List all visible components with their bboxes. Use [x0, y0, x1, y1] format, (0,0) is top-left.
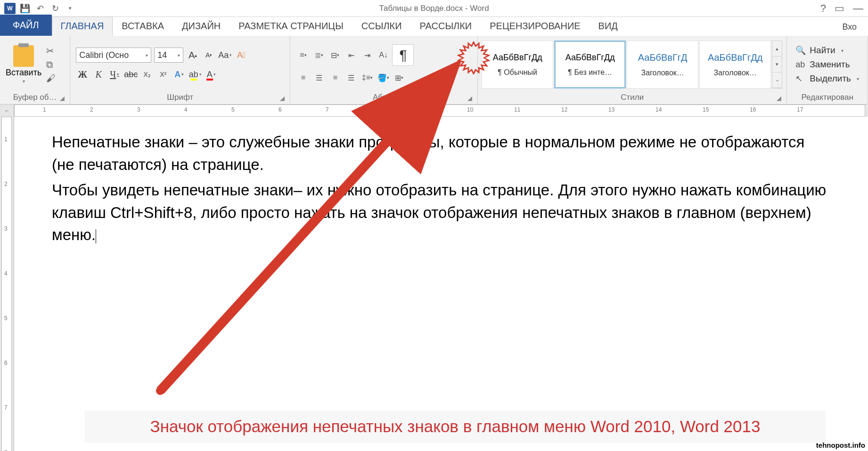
group-font-label: Шрифт	[167, 93, 193, 102]
ribbon: Вставить ▾ ✂ ⧉ 🖌 Буфер об… ◢ Calibri (Ос…	[0, 36, 868, 105]
style-no-spacing[interactable]: АаБбВвГгДд ¶ Без инте…	[554, 40, 626, 89]
quick-access-toolbar: W 💾 ↶ ↻ ▾	[0, 1, 77, 16]
clear-formatting-button[interactable]: A⃠	[235, 48, 248, 62]
format-painter-icon[interactable]: 🖌	[46, 73, 56, 84]
save-icon[interactable]: 💾	[18, 1, 32, 16]
tab-references[interactable]: ССЫЛКИ	[352, 16, 411, 36]
clipboard-dialog-launcher-icon[interactable]: ◢	[60, 95, 65, 102]
strikethrough-button[interactable]: abc	[124, 67, 138, 81]
align-right-button[interactable]: ≡	[328, 71, 342, 85]
tab-home[interactable]: ГЛАВНАЯ	[52, 16, 113, 36]
line-spacing-button[interactable]: ‡≡▾	[360, 71, 374, 85]
gallery-down-icon[interactable]: ▾	[772, 56, 782, 72]
style-heading2[interactable]: АаБбВвГгДд Заголовок…	[699, 40, 771, 89]
ruler-tick: 3	[137, 106, 140, 113]
numbering-button[interactable]: ≣▾	[312, 48, 326, 62]
paste-button[interactable]: Вставить ▾	[3, 44, 44, 85]
style-normal[interactable]: АаБбВвГгДд ¶ Обычный	[482, 40, 553, 89]
paragraph-dialog-launcher-icon[interactable]: ◢	[467, 95, 472, 102]
ribbon-display-options-icon[interactable]: ▭	[835, 2, 844, 15]
word-app-icon[interactable]: W	[3, 1, 17, 16]
vertical-ruler[interactable]: 12345678	[0, 117, 14, 451]
select-button[interactable]: ↖Выделить▾	[794, 72, 861, 85]
styles-gallery[interactable]: АаБбВвГгДд ¶ Обычный АаБбВвГгДд ¶ Без ин…	[481, 40, 783, 89]
horizontal-ruler[interactable]: ⌐ 1234567891011121314151617	[0, 105, 868, 117]
bullets-button[interactable]: ≡▾	[296, 48, 310, 62]
undo-icon[interactable]: ↶	[33, 1, 47, 16]
tab-view[interactable]: ВИД	[590, 16, 627, 36]
sort-button[interactable]: A↓	[376, 48, 390, 62]
change-case-button[interactable]: Aa▾	[218, 48, 232, 62]
bold-button[interactable]: Ж	[76, 67, 89, 81]
subscript-button[interactable]: X₂	[140, 67, 154, 81]
help-icon[interactable]: ?	[820, 2, 826, 15]
font-color-button[interactable]: A▾	[205, 67, 218, 81]
ruler-tick: 13	[608, 106, 614, 113]
ruler-tick: 4	[184, 106, 188, 113]
tab-insert[interactable]: ВСТАВКА	[113, 16, 173, 36]
document-page[interactable]: Непечатные знаки – это служебные знаки п…	[14, 117, 868, 451]
vruler-tick: 2	[4, 181, 8, 187]
ruler-tick: 6	[278, 106, 282, 113]
gallery-more-icon[interactable]: ⌄	[772, 72, 782, 88]
underline-button[interactable]: Ч▾	[108, 67, 121, 81]
vruler-tick: 3	[4, 226, 8, 232]
grow-font-button[interactable]: A▴	[186, 48, 199, 62]
group-font: Calibri (Осно▾ 14▾ A▴ A▾ Aa▾ A⃠ Ж К Ч▾ a…	[70, 36, 290, 104]
increase-indent-button[interactable]: ⇥	[360, 48, 374, 62]
minimize-icon[interactable]: —	[853, 2, 863, 15]
ruler-tick: 16	[750, 106, 756, 113]
group-styles: АаБбВвГгДд ¶ Обычный АаБбВвГгДд ¶ Без ин…	[478, 36, 787, 104]
ruler-scale: 1234567891011121314151617	[14, 105, 865, 117]
group-editing-label: Редактирован	[801, 93, 853, 102]
styles-dialog-launcher-icon[interactable]: ◢	[777, 95, 781, 102]
vruler-tick: 6	[4, 360, 8, 366]
text-effects-button[interactable]: A▾	[172, 67, 186, 81]
justify-button[interactable]: ☰	[344, 71, 358, 85]
borders-button[interactable]: ⊞▾	[392, 71, 406, 85]
find-button[interactable]: 🔍Найти▾	[794, 44, 861, 56]
binoculars-icon: 🔍	[795, 45, 806, 56]
sign-in-link[interactable]: Вхо	[835, 18, 863, 36]
group-styles-label: Стили	[621, 93, 644, 102]
highlight-color-button[interactable]: ab▾	[188, 67, 202, 81]
multilevel-list-button[interactable]: ⊟▾	[328, 48, 342, 62]
style-heading1[interactable]: АаБбВвГгД Заголовок…	[627, 40, 698, 89]
align-left-button[interactable]: ≡	[296, 71, 310, 85]
shading-button[interactable]: 🪣▾	[376, 71, 390, 85]
document-title: Таблицы в Ворде.docx - Word	[379, 4, 489, 13]
window-controls: ? ▭ —	[820, 2, 863, 15]
ruler-tick: 7	[326, 106, 329, 113]
group-paragraph: ≡▾ ≣▾ ⊟▾ ⇤ ⇥ A↓ ¶ ≡ ☰ ≡ ☰ ‡≡▾ 🪣▾ ⊞▾	[290, 36, 478, 104]
gallery-up-icon[interactable]: ▴	[772, 41, 782, 56]
styles-gallery-nav: ▴ ▾ ⌄	[772, 40, 782, 89]
ruler-tick: 17	[797, 106, 803, 113]
group-editing: 🔍Найти▾ abЗаменить ↖Выделить▾ Редактиров…	[787, 36, 868, 104]
ruler-corner[interactable]: ⌐	[0, 105, 14, 117]
align-center-button[interactable]: ☰	[312, 71, 326, 85]
replace-button[interactable]: abЗаменить	[794, 58, 861, 71]
font-name-combo[interactable]: Calibri (Осно▾	[76, 48, 151, 63]
tab-mailings[interactable]: РАССЫЛКИ	[411, 16, 481, 36]
shrink-font-button[interactable]: A▾	[202, 48, 215, 62]
tab-review[interactable]: РЕЦЕНЗИРОВАНИЕ	[481, 16, 589, 36]
cut-icon[interactable]: ✂	[46, 45, 56, 56]
tab-design[interactable]: ДИЗАЙН	[173, 16, 229, 36]
font-dialog-launcher-icon[interactable]: ◢	[280, 95, 285, 102]
redo-icon[interactable]: ↻	[48, 1, 62, 16]
decrease-indent-button[interactable]: ⇤	[344, 48, 358, 62]
show-hide-pilcrow-button[interactable]: ¶	[392, 44, 414, 66]
ruler-tick: 12	[561, 106, 567, 113]
ruler-tick: 5	[231, 106, 235, 113]
font-size-combo[interactable]: 14▾	[154, 48, 183, 63]
ruler-tick: 15	[703, 106, 709, 113]
ribbon-tabs: ФАЙЛ ГЛАВНАЯ ВСТАВКА ДИЗАЙН РАЗМЕТКА СТР…	[0, 17, 868, 36]
tab-file[interactable]: ФАЙЛ	[0, 15, 52, 36]
replace-icon: ab	[795, 60, 806, 70]
qat-customize-icon[interactable]: ▾	[63, 1, 77, 16]
italic-button[interactable]: К	[92, 67, 105, 81]
tab-layout[interactable]: РАЗМЕТКА СТРАНИЦЫ	[229, 16, 352, 36]
copy-icon[interactable]: ⧉	[46, 59, 56, 70]
superscript-button[interactable]: X²	[156, 67, 170, 81]
ruler-tick: 2	[90, 106, 93, 113]
